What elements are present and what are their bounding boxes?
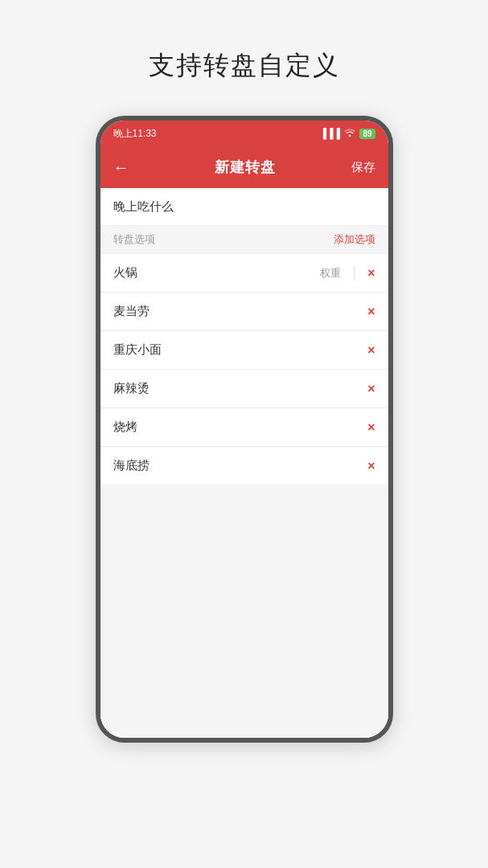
list-item: 麦当劳× (100, 293, 388, 331)
content-area: 转盘选项 添加选项 火锅权重×麦当劳×重庆小面×麻辣烫×烧烤×海底捞× (100, 188, 388, 738)
app-bar: ← 新建转盘 保存 (100, 146, 388, 188)
option-name: 烧烤 (113, 420, 362, 435)
status-icons: ▐▐▐ 89 (320, 128, 375, 139)
battery-icon: 89 (359, 129, 375, 139)
options-list: 火锅权重×麦当劳×重庆小面×麻辣烫×烧烤×海底捞× (100, 254, 388, 485)
option-name: 麦当劳 (113, 304, 362, 319)
section-header: 转盘选项 添加选项 (100, 226, 388, 254)
list-item: 烧烤× (100, 408, 388, 447)
section-label: 转盘选项 (113, 232, 155, 247)
back-button[interactable]: ← (113, 158, 139, 177)
delete-option-button[interactable]: × (367, 344, 375, 357)
weight-divider (354, 266, 355, 280)
option-weight-label: 权重 (320, 266, 341, 280)
wheel-name-input[interactable] (113, 200, 375, 214)
list-item: 海底捞× (100, 447, 388, 485)
save-button[interactable]: 保存 (351, 160, 375, 175)
phone-frame: 晚上11:33 ▐▐▐ 89 ← 新建转盘 保存 转盘选项 添加选项 (96, 116, 393, 743)
list-item: 火锅权重× (100, 254, 388, 293)
option-name: 重庆小面 (113, 342, 362, 358)
signal-icon: ▐▐▐ (320, 128, 341, 139)
delete-option-button[interactable]: × (367, 460, 375, 473)
status-bar: 晚上11:33 ▐▐▐ 89 (100, 121, 388, 146)
status-time: 晚上11:33 (113, 127, 157, 141)
option-name: 火锅 (113, 265, 314, 280)
bottom-area (100, 485, 388, 738)
delete-option-button[interactable]: × (367, 267, 375, 280)
app-bar-title: 新建转盘 (215, 158, 276, 177)
list-item: 麻辣烫× (100, 370, 388, 408)
delete-option-button[interactable]: × (367, 383, 375, 395)
page-title: 支持转盘自定义 (149, 48, 340, 84)
option-name: 麻辣烫 (113, 381, 362, 396)
list-item: 重庆小面× (100, 331, 388, 370)
delete-option-button[interactable]: × (367, 305, 375, 318)
add-option-button[interactable]: 添加选项 (334, 232, 375, 247)
name-row (100, 188, 388, 226)
delete-option-button[interactable]: × (367, 421, 375, 434)
wifi-icon (344, 128, 355, 139)
option-name: 海底捞 (113, 458, 362, 473)
